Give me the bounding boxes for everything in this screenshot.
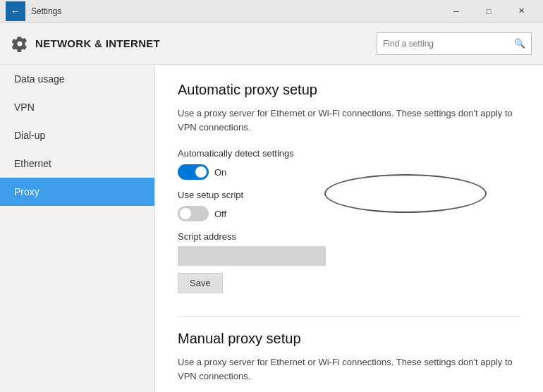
title-bar: ← Settings ─ □ ✕ — [0, 0, 543, 23]
setup-script-label: Use setup script — [178, 190, 520, 200]
window-title: Settings — [31, 6, 61, 16]
minimize-button[interactable]: ─ — [440, 0, 472, 23]
script-address-label: Script address — [178, 231, 520, 242]
setup-script-track — [178, 206, 209, 221]
search-input[interactable] — [377, 39, 508, 49]
search-box: 🔍 — [377, 32, 532, 55]
auto-detect-toggle-wrapper: On — [178, 164, 226, 180]
content-area: Automatic proxy setup Use a proxy server… — [155, 65, 543, 392]
save-button[interactable]: Save — [178, 273, 223, 293]
setup-script-toggle-wrapper: Off — [178, 206, 226, 221]
sidebar-item-vpn[interactable]: VPN — [0, 93, 154, 121]
gear-icon — [11, 35, 28, 52]
setup-script-status: Off — [214, 209, 226, 219]
sidebar-item-dial-up[interactable]: Dial-up — [0, 121, 154, 149]
auto-detect-thumb — [195, 166, 207, 178]
search-button[interactable]: 🔍 — [508, 32, 531, 55]
close-button[interactable]: ✕ — [505, 0, 537, 23]
page-title: NETWORK & INTERNET — [35, 37, 160, 49]
sidebar-item-data-usage[interactable]: Data usage — [0, 65, 154, 93]
setup-script-thumb — [180, 208, 191, 219]
manual-proxy-title: Manual proxy setup — [178, 331, 520, 347]
sidebar: Data usage VPN Dial-up Ethernet Proxy — [0, 65, 155, 392]
auto-proxy-title: Automatic proxy setup — [178, 82, 520, 98]
window-controls: ─ □ ✕ — [440, 0, 537, 23]
app-header: NETWORK & INTERNET 🔍 — [0, 23, 543, 65]
back-arrow-icon: ← — [11, 6, 20, 17]
app-header-left: NETWORK & INTERNET — [11, 35, 160, 52]
auto-proxy-section: Automatic proxy setup Use a proxy server… — [178, 82, 520, 310]
script-address-input[interactable] — [178, 246, 326, 266]
auto-detect-track — [178, 164, 209, 180]
auto-detect-status: On — [214, 167, 226, 178]
back-button[interactable]: ← — [6, 1, 25, 21]
sidebar-item-proxy[interactable]: Proxy — [0, 178, 154, 206]
maximize-button[interactable]: □ — [472, 0, 505, 23]
auto-proxy-description: Use a proxy server for Ethernet or Wi-Fi… — [178, 106, 520, 134]
main-area: Data usage VPN Dial-up Ethernet Proxy Au… — [0, 65, 543, 392]
manual-proxy-section: Manual proxy setup Use a proxy server fo… — [178, 331, 520, 392]
auto-detect-label: Automatically detect settings — [178, 148, 520, 159]
title-bar-left: ← Settings — [6, 1, 61, 21]
section-divider — [178, 316, 520, 317]
setup-script-toggle[interactable] — [178, 206, 209, 221]
app-container: NETWORK & INTERNET 🔍 Data usage VPN Dial… — [0, 23, 543, 392]
auto-detect-toggle[interactable] — [178, 164, 209, 180]
sidebar-item-ethernet[interactable]: Ethernet — [0, 149, 154, 178]
manual-proxy-description: Use a proxy server for Ethernet or Wi-Fi… — [178, 355, 520, 383]
